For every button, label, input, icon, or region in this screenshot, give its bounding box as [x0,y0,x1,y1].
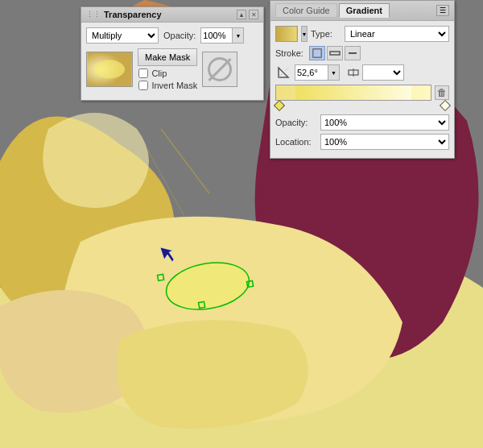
angle-input-wrap: ▼ [295,64,340,81]
svg-point-10 [94,60,125,79]
aspect-select[interactable] [362,64,404,81]
tab-gradient[interactable]: Gradient [339,3,390,18]
clip-label: Clip [151,68,167,78]
gradient-stop-right[interactable] [440,100,451,111]
invert-mask-checkbox-row: Invert Mask [138,81,197,90]
opacity-label: Opacity: [163,31,196,40]
opacity-dropdown-arrow[interactable]: ▼ [232,28,243,43]
invert-mask-checkbox[interactable] [138,81,148,90]
gradient-panel: Color Guide Gradient ☰ ▼ [270,0,455,159]
checkboxes-col: Clip Invert Mask [138,68,197,90]
stroke-row: Stroke: [275,46,449,60]
transparency-panel-title: Transparency [104,10,162,19]
clip-checkbox-row: Clip [138,68,197,78]
gradient-bar[interactable] [275,85,431,101]
gradient-location-select[interactable]: 100% [320,134,449,150]
swatch-expand-btn[interactable]: ▼ [301,26,308,42]
stroke-label: Stroke: [275,48,306,58]
clip-checkbox[interactable] [138,68,148,78]
blend-mode-select[interactable]: Multiply [86,27,159,44]
svg-rect-14 [330,52,340,55]
svg-rect-13 [313,49,321,57]
transparency-panel-titlebar: ⋮⋮ Transparency ▲ ✕ [81,7,263,23]
stroke-icons [309,46,361,60]
gradient-opacity-row: Opacity: 100% [275,114,449,131]
panel-drag-handle: ⋮⋮ Transparency [86,10,162,19]
gradient-panel-body: ▼ Type: Linear Radial Stroke: [270,21,454,158]
type-label: Type: [311,29,341,39]
gradient-location-label: Location: [275,137,317,147]
panel-close-btn[interactable]: ✕ [249,10,258,19]
gradient-panel-header: Color Guide Gradient ☰ [270,1,454,21]
angle-input[interactable] [295,68,328,77]
delete-stop-button[interactable]: 🗑 [435,85,449,100]
make-mask-button[interactable]: Make Mask [138,48,197,66]
stroke-icon-3[interactable] [345,46,361,60]
tab-color-guide[interactable]: Color Guide [275,3,337,18]
svg-rect-20 [295,85,411,100]
panel-tabs: Color Guide Gradient [275,3,390,18]
panel-menu-button[interactable]: ☰ [436,5,449,16]
svg-rect-11 [276,27,296,41]
gradient-location-row: Location: 100% [275,134,449,150]
aspect-icon [346,65,361,80]
stroke-icon-2[interactable] [327,46,343,60]
type-row: ▼ Type: Linear Radial [275,26,449,42]
stroke-icon-1[interactable] [309,46,325,60]
angle-row: ▼ [275,64,449,81]
aspect-row [346,64,404,81]
gradient-bar-section: 🗑 [275,85,449,110]
panel-collapse-btn[interactable]: ▲ [237,10,246,19]
gradient-opacity-label: Opacity: [275,118,317,127]
angle-dropdown-arrow[interactable]: ▼ [328,65,339,80]
mask-thumbnail [202,52,237,87]
gradient-color-swatch[interactable] [275,26,298,42]
opacity-input[interactable] [201,31,232,40]
opacity-input-wrap: ▼ [200,27,244,44]
invert-mask-label: Invert Mask [151,81,197,90]
panel-controls: ▲ ✕ [237,10,258,19]
transparency-panel: ⋮⋮ Transparency ▲ ✕ Multiply Opacity: ▼ [80,6,264,101]
gradient-type-select[interactable]: Linear Radial [345,26,449,42]
blend-row: Multiply Opacity: ▼ [86,27,258,44]
angle-icon [275,64,291,81]
gradient-stop-left[interactable] [274,100,285,111]
thumbnails-row: Make Mask Clip Invert Mask [86,48,258,90]
layer-thumbnail [86,52,133,87]
gradient-opacity-select[interactable]: 100% [320,114,449,131]
gradient-stops-row [275,101,449,110]
transparency-panel-body: Multiply Opacity: ▼ [81,23,263,100]
no-mask-symbol [208,57,232,81]
gradient-bar-row: 🗑 [275,85,449,101]
